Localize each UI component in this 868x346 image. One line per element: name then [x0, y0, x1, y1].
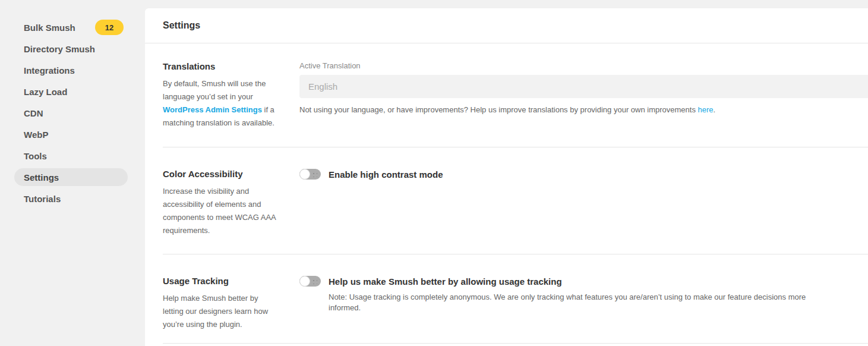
- color-accessibility-info: Color Accessibility Increase the visibil…: [163, 169, 299, 254]
- wordpress-admin-settings-link[interactable]: WordPress Admin Settings: [163, 105, 262, 114]
- high-contrast-toggle[interactable]: [299, 169, 321, 180]
- sidebar-item-cdn[interactable]: CDN: [0, 102, 145, 124]
- sidebar-item-bulk-smush[interactable]: Bulk Smush12: [0, 17, 145, 38]
- translations-controls: Active Translation English Not using you…: [299, 61, 868, 147]
- translations-note-text-end: .: [714, 105, 716, 114]
- sidebar-item-label: CDN: [24, 108, 43, 118]
- translations-note: Not using your language, or have improve…: [299, 105, 868, 115]
- toggle-knob-icon: [299, 276, 310, 287]
- sidebar: Bulk Smush12Directory SmushIntegrationsL…: [0, 0, 145, 346]
- section-color-accessibility: Color Accessibility Increase the visibil…: [163, 147, 868, 254]
- usage-tracking-toggle[interactable]: [299, 276, 321, 287]
- page-header: Settings: [145, 8, 868, 43]
- usage-tracking-description: Help make Smush better by letting our de…: [163, 292, 280, 331]
- sidebar-item-label: Directory Smush: [24, 44, 95, 54]
- color-accessibility-description: Increase the visibility and accessibilit…: [163, 185, 280, 237]
- usage-tracking-title: Usage Tracking: [163, 276, 299, 286]
- pending-images-count-badge: 12: [95, 20, 124, 35]
- translations-note-text: Not using your language, or have improve…: [299, 105, 698, 114]
- color-accessibility-title: Color Accessibility: [163, 169, 299, 179]
- translations-description: By default, Smush will use the language …: [163, 77, 280, 130]
- sidebar-item-label: Lazy Load: [24, 87, 67, 97]
- page-title: Settings: [163, 20, 200, 31]
- usage-tracking-toggle-label: Help us make Smush better by allowing us…: [329, 276, 562, 287]
- section-translations: Translations By default, Smush will use …: [145, 43, 868, 147]
- bottom-divider: [163, 343, 868, 344]
- toggle-off-dots-icon: [312, 279, 317, 284]
- toggle-knob-icon: [299, 169, 310, 180]
- sidebar-item-label: Bulk Smush: [24, 23, 75, 33]
- sidebar-item-directory-smush[interactable]: Directory Smush: [0, 38, 145, 59]
- sidebar-item-lazy-load[interactable]: Lazy Load: [0, 81, 145, 102]
- sidebar-item-integrations[interactable]: Integrations: [0, 59, 145, 81]
- sidebar-item-label: Tutorials: [24, 194, 61, 204]
- toggle-off-dots-icon: [312, 172, 317, 177]
- high-contrast-toggle-label: Enable high contrast mode: [329, 169, 443, 180]
- section-usage-tracking: Usage Tracking Help make Smush better by…: [163, 254, 868, 343]
- active-translation-value: English: [308, 81, 337, 92]
- improve-translations-here-link[interactable]: here: [698, 105, 714, 114]
- sidebar-item-label: Integrations: [24, 65, 75, 76]
- sidebar-item-label: Tools: [24, 151, 47, 161]
- sidebar-item-webp[interactable]: WebP: [0, 124, 145, 145]
- translations-title: Translations: [163, 61, 299, 71]
- sidebar-item-settings[interactable]: Settings: [14, 168, 128, 186]
- high-contrast-toggle-row: Enable high contrast mode: [299, 169, 868, 180]
- sidebar-item-tools[interactable]: Tools: [0, 145, 145, 166]
- sidebar-nav: Bulk Smush12Directory SmushIntegrationsL…: [0, 0, 145, 209]
- active-translation-label: Active Translation: [299, 61, 868, 70]
- usage-tracking-toggle-row: Help us make Smush better by allowing us…: [299, 276, 868, 287]
- sidebar-item-label: Settings: [24, 172, 59, 183]
- translations-info: Translations By default, Smush will use …: [163, 61, 299, 147]
- usage-tracking-controls: Help us make Smush better by allowing us…: [299, 276, 868, 343]
- usage-tracking-note: Note: Usage tracking is completely anony…: [329, 292, 868, 313]
- color-accessibility-controls: Enable high contrast mode: [299, 169, 868, 254]
- settings-panel: Settings Translations By default, Smush …: [145, 8, 868, 346]
- active-translation-input[interactable]: English: [299, 75, 868, 98]
- sidebar-item-label: WebP: [24, 130, 48, 140]
- sidebar-item-tutorials[interactable]: Tutorials: [0, 188, 145, 209]
- translations-description-text: By default, Smush will use the language …: [163, 79, 266, 101]
- usage-tracking-info: Usage Tracking Help make Smush better by…: [163, 276, 299, 343]
